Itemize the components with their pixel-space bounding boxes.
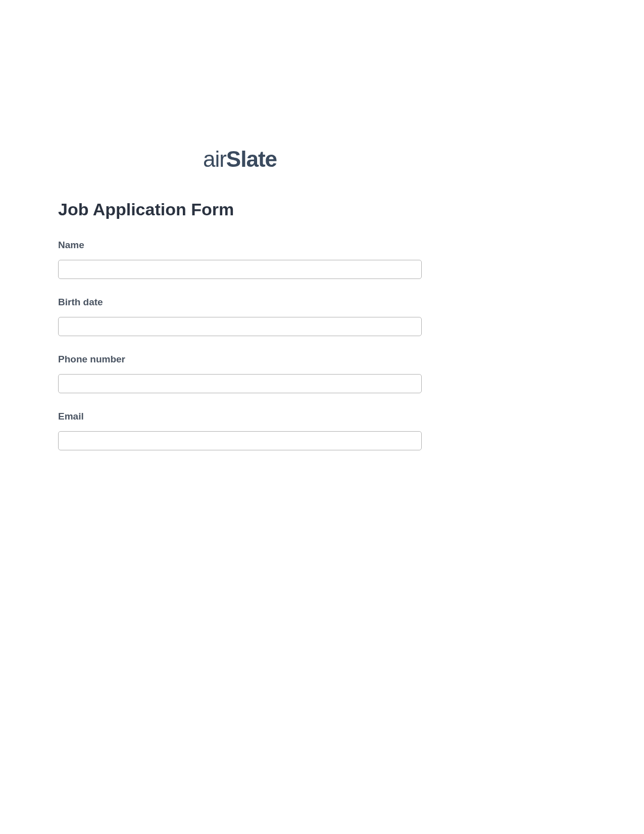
logo: airSlate (149, 147, 331, 172)
logo-part2: Slate (226, 147, 277, 171)
phone-field-group: Phone number (58, 354, 422, 393)
form-container: airSlate Job Application Form Name Birth… (58, 147, 422, 468)
email-field-group: Email (58, 411, 422, 450)
name-label: Name (58, 240, 422, 251)
email-input[interactable] (58, 431, 422, 450)
birthdate-label: Birth date (58, 297, 422, 308)
email-label: Email (58, 411, 422, 422)
form-title: Job Application Form (58, 200, 422, 219)
name-field-group: Name (58, 240, 422, 279)
logo-part1: air (203, 147, 226, 171)
phone-input[interactable] (58, 374, 422, 393)
birthdate-input[interactable] (58, 317, 422, 336)
logo-text: airSlate (203, 147, 277, 171)
name-input[interactable] (58, 260, 422, 279)
birthdate-field-group: Birth date (58, 297, 422, 336)
phone-label: Phone number (58, 354, 422, 365)
